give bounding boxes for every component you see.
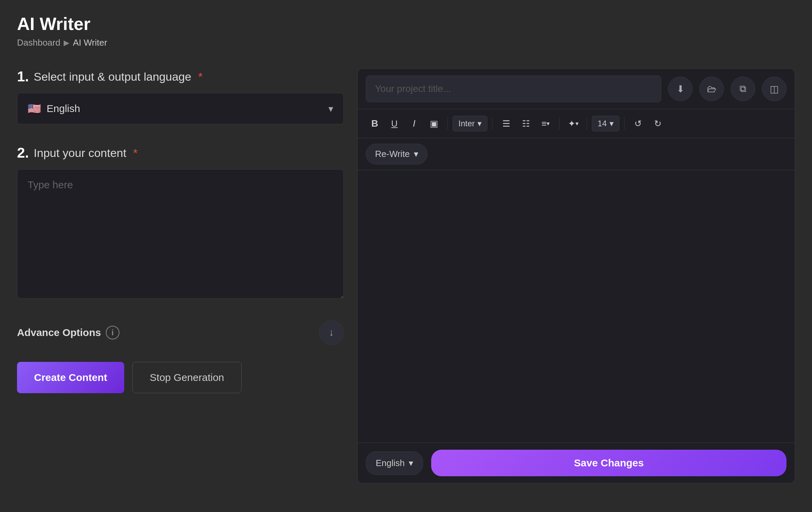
chevron-down-icon: ▾: [328, 103, 333, 114]
align-chevron-icon: ▾: [547, 120, 550, 127]
breadcrumb-separator: ▶: [64, 38, 69, 47]
footer-language-value: English: [376, 458, 405, 468]
step1-title: Select input & output language: [34, 70, 191, 83]
left-panel: 1. Select input & output language * 🇺🇸 E…: [17, 68, 344, 393]
create-content-button[interactable]: Create Content: [17, 362, 124, 393]
italic-icon: I: [413, 118, 416, 129]
font-chevron-icon: ▾: [477, 119, 482, 128]
step2-block: 2. Input your content *: [17, 145, 344, 300]
language-select-wrapper[interactable]: 🇺🇸 English ▾: [17, 93, 344, 124]
expand-advance-btn[interactable]: ↓: [319, 320, 344, 345]
project-title-input[interactable]: [366, 76, 661, 102]
advance-options-label: Advance Options i: [17, 326, 119, 339]
toolbar-divider-3: [559, 117, 559, 130]
redo-icon: ↻: [654, 118, 662, 129]
advance-options-row: Advance Options i ↓: [17, 320, 344, 345]
align-icon: ≡: [541, 118, 547, 129]
download-icon: ⬇: [677, 83, 684, 95]
undo-icon: ↺: [634, 118, 642, 129]
bold-button[interactable]: B: [366, 115, 384, 132]
step2-number: 2.: [17, 145, 29, 161]
page-title: AI Writer: [17, 14, 795, 34]
redo-button[interactable]: ↻: [649, 115, 667, 132]
undo-button[interactable]: ↺: [629, 115, 647, 132]
editor-title-bar: ⬇ 🗁 ⧉ ◫: [358, 69, 795, 109]
folder-icon: 🗁: [707, 83, 716, 95]
step1-required: *: [198, 70, 202, 83]
language-select-display[interactable]: 🇺🇸 English ▾: [17, 93, 344, 124]
bullet-list-button[interactable]: ☰: [497, 115, 515, 132]
rewrite-label: Re-Write: [375, 149, 410, 159]
font-family-value: Inter: [458, 119, 475, 128]
highlight-icon: ▣: [430, 118, 438, 129]
save-changes-button[interactable]: Save Changes: [431, 450, 786, 476]
download-button[interactable]: ⬇: [668, 77, 693, 101]
align-button[interactable]: ≡ ▾: [537, 115, 554, 132]
editor-toolbar: B U I ▣ Inter ▾ ☰ ☷: [358, 109, 795, 138]
advance-options-text: Advance Options: [17, 327, 101, 338]
folder-button[interactable]: 🗁: [699, 77, 724, 101]
bullet-list-icon: ☰: [502, 118, 510, 129]
footer-language-select[interactable]: English ▾: [366, 451, 423, 475]
rewrite-dropdown[interactable]: Re-Write ▾: [366, 144, 427, 164]
font-size-chevron-icon: ▾: [610, 119, 614, 128]
rewrite-section: Re-Write ▾: [358, 138, 795, 170]
font-size-select[interactable]: 14 ▾: [592, 116, 619, 131]
editor-content-area[interactable]: [358, 170, 795, 443]
breadcrumb: Dashboard ▶ AI Writer: [17, 37, 795, 48]
step2-required: *: [133, 146, 137, 160]
ordered-list-button[interactable]: ☷: [517, 115, 535, 132]
underline-button[interactable]: U: [386, 115, 403, 132]
save-icon: ◫: [770, 83, 779, 95]
step1-label: 1. Select input & output language *: [17, 68, 344, 85]
step2-title: Input your content: [34, 146, 126, 160]
italic-button[interactable]: I: [405, 115, 423, 132]
effects-button[interactable]: ✦ ▾: [564, 115, 582, 132]
effects-icon: ✦: [568, 118, 575, 129]
footer-language-chevron-icon: ▾: [409, 458, 413, 468]
font-family-select[interactable]: Inter ▾: [453, 116, 487, 131]
breadcrumb-parent[interactable]: Dashboard: [17, 37, 60, 48]
toolbar-divider-2: [492, 117, 492, 130]
chevron-down-icon: ↓: [329, 327, 334, 338]
language-value: English: [47, 103, 80, 114]
editor-panel: ⬇ 🗁 ⧉ ◫ B U I ▣: [357, 68, 795, 483]
info-icon[interactable]: i: [106, 326, 119, 339]
breadcrumb-current: AI Writer: [73, 37, 107, 48]
step1-number: 1.: [17, 68, 29, 85]
content-textarea[interactable]: [17, 169, 344, 299]
effects-chevron-icon: ▾: [575, 120, 579, 127]
step2-label: 2. Input your content *: [17, 145, 344, 161]
stop-generation-button[interactable]: Stop Generation: [132, 362, 241, 393]
toolbar-divider-1: [448, 117, 448, 130]
rewrite-chevron-icon: ▾: [414, 149, 418, 159]
editor-footer: English ▾ Save Changes: [358, 443, 795, 483]
underline-icon: U: [391, 118, 398, 129]
copy-button[interactable]: ⧉: [731, 77, 755, 101]
highlight-button[interactable]: ▣: [425, 115, 443, 132]
toolbar-divider-4: [587, 117, 587, 130]
ordered-list-icon: ☷: [522, 118, 530, 129]
buttons-row: Create Content Stop Generation: [17, 362, 344, 393]
toolbar-divider-5: [624, 117, 624, 130]
copy-icon: ⧉: [740, 83, 746, 95]
bold-icon: B: [371, 118, 378, 129]
font-size-value: 14: [598, 119, 607, 128]
step1-block: 1. Select input & output language * 🇺🇸 E…: [17, 68, 344, 124]
save-button[interactable]: ◫: [762, 77, 786, 101]
flag-icon: 🇺🇸: [28, 102, 41, 115]
